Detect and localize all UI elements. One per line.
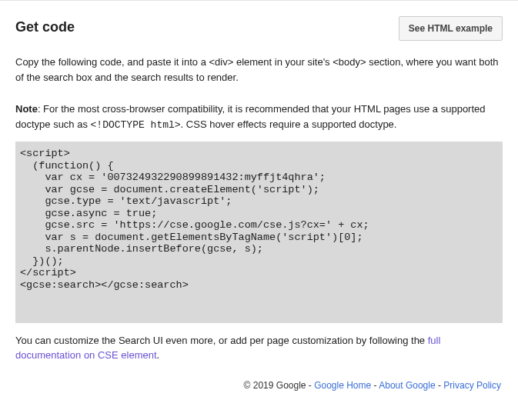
footer-link-google-home[interactable]: Google Home	[314, 380, 371, 391]
note-label: Note	[15, 103, 38, 115]
code-snippet[interactable]: <script> (function() { var cx = '0073249…	[15, 142, 503, 323]
footer-link-privacy-policy[interactable]: Privacy Policy	[443, 380, 501, 391]
footer: © 2019 Google - Google Home - About Goog…	[0, 380, 518, 391]
footer-link-about-google[interactable]: About Google	[379, 380, 435, 391]
note-after: . CSS hover effects require a supported …	[181, 118, 397, 130]
after-pre: You can customize the Search UI even mor…	[15, 335, 428, 346]
copyright-text: © 2019 Google	[244, 380, 309, 391]
intro-text: Copy the following code, and paste it in…	[15, 55, 503, 85]
page-title: Get code	[15, 19, 75, 35]
content-container: Get code See HTML example Copy the follo…	[0, 1, 518, 380]
see-html-example-button[interactable]: See HTML example	[399, 16, 503, 41]
after-post: .	[157, 349, 160, 361]
note-text: Note: For the most cross-browser compati…	[15, 102, 503, 132]
note-code: <!DOCTYPE html>	[91, 119, 181, 131]
customize-text: You can customize the Search UI even mor…	[15, 334, 503, 363]
